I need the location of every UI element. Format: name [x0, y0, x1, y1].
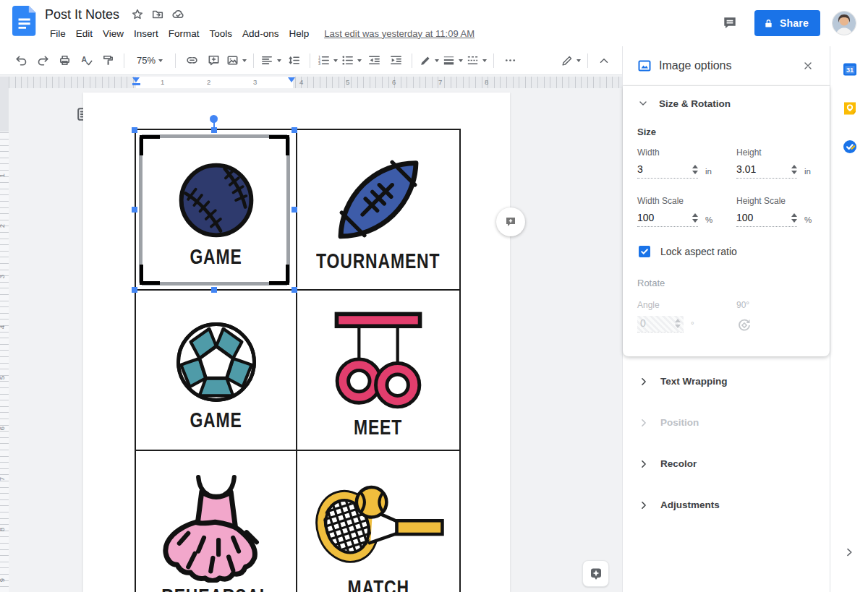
left-indent-marker[interactable]	[132, 77, 140, 82]
document-canvas[interactable]: 1 2 3 4 5 6 7 8 1 2 3 4 5 6 7 8 9	[0, 75, 622, 592]
cell-caption: MEET	[354, 415, 402, 439]
table-cell[interactable]: REHEARSAL	[136, 451, 297, 592]
bulleted-list-button[interactable]	[341, 51, 362, 70]
ruler-number: 6	[0, 426, 6, 430]
header-actions: Share	[715, 9, 868, 38]
ruler-number: 3	[0, 275, 6, 278]
editing-mode-button[interactable]	[561, 51, 581, 70]
insert-link-button[interactable]	[182, 51, 201, 70]
width-scale-input[interactable]	[637, 212, 675, 223]
horizontal-ruler[interactable]: 1 2 3 4 5 6 7 8	[9, 77, 622, 88]
size-rotation-header[interactable]: Size & Rotation	[637, 98, 815, 109]
ruler-number: 5	[0, 376, 6, 379]
google-docs-logo-icon[interactable]	[12, 6, 38, 40]
width-stepper[interactable]	[692, 165, 698, 174]
decrease-indent-button[interactable]	[365, 51, 383, 70]
increase-indent-button[interactable]	[386, 51, 405, 70]
width-field-group: Width in	[637, 147, 728, 179]
tennis-racket-icon[interactable]	[310, 483, 446, 574]
ballet-tutu-icon[interactable]	[154, 473, 278, 583]
redo-button[interactable]	[33, 51, 52, 70]
right-indent-marker[interactable]	[288, 77, 295, 82]
document-title[interactable]: Post It Notes	[45, 7, 119, 22]
menu-file[interactable]: File	[45, 27, 71, 40]
dropdown-arrow-icon	[333, 59, 338, 62]
border-color-button[interactable]	[419, 51, 439, 70]
cloud-saved-icon[interactable]	[169, 5, 187, 24]
lock-aspect-ratio-label: Lock aspect ratio	[660, 246, 737, 257]
close-panel-icon[interactable]	[798, 56, 818, 76]
height-scale-input[interactable]	[736, 212, 774, 223]
explore-button[interactable]	[582, 560, 609, 587]
star-icon[interactable]	[128, 5, 147, 24]
ruler-number: 2	[0, 224, 6, 228]
paint-format-button[interactable]	[98, 51, 117, 70]
table-cell[interactable]: TOURNAMENT	[297, 130, 459, 291]
ruler-number: 4	[0, 325, 6, 329]
align-button[interactable]	[260, 51, 281, 70]
menu-insert[interactable]: Insert	[129, 27, 163, 40]
height-scale-unit: %	[804, 215, 812, 224]
dropdown-arrow-icon	[158, 59, 163, 62]
document-page[interactable]: GAME TOURNAMENT	[83, 93, 510, 592]
insert-image-button[interactable]	[226, 51, 247, 70]
spelling-check-button[interactable]: A	[77, 51, 95, 70]
zoom-select[interactable]: 75%	[131, 51, 169, 70]
lock-aspect-ratio-row[interactable]: Lock aspect ratio	[637, 246, 815, 257]
google-keep-icon[interactable]	[841, 100, 859, 117]
table-cell[interactable]: MATCH	[297, 451, 459, 592]
google-tasks-icon[interactable]	[841, 138, 859, 155]
section-recolor[interactable]: Recolor	[623, 443, 830, 484]
google-calendar-icon[interactable]: 31	[841, 61, 859, 78]
menu-addons[interactable]: Add-ons	[237, 27, 284, 40]
section-label: Position	[660, 417, 699, 428]
line-spacing-button[interactable]	[284, 51, 303, 70]
height-stepper[interactable]	[791, 165, 797, 174]
hide-menus-button[interactable]	[595, 51, 613, 70]
menu-help[interactable]: Help	[284, 27, 314, 40]
section-adjustments[interactable]: Adjustments	[623, 484, 830, 525]
panel-title: Image options	[659, 59, 798, 72]
share-label: Share	[780, 17, 809, 29]
undo-button[interactable]	[12, 51, 30, 70]
height-scale-stepper[interactable]	[791, 213, 797, 223]
left-margin-marker[interactable]	[132, 83, 140, 85]
baseball-icon[interactable]	[174, 158, 259, 243]
last-edit-link[interactable]: Last edit was yesterday at 11:09 AM	[324, 28, 475, 39]
vertical-ruler[interactable]: 1 2 3 4 5 6 7 8 9	[0, 77, 9, 592]
image-options-panel: Image options Size & Rotation Size Width	[622, 46, 830, 592]
width-scale-stepper[interactable]	[692, 213, 698, 223]
checkbox-checked-icon[interactable]	[639, 246, 650, 257]
section-text-wrapping[interactable]: Text Wrapping	[623, 361, 830, 402]
more-options-button[interactable]	[501, 51, 519, 70]
ruler-number: 3	[253, 78, 257, 86]
add-comment-button[interactable]	[204, 51, 223, 70]
table-cell[interactable]: MEET	[297, 291, 459, 451]
add-comment-floating-button[interactable]	[496, 207, 525, 236]
numbered-list-button[interactable]: 123	[317, 51, 338, 70]
menu-view[interactable]: View	[98, 27, 129, 40]
dropdown-arrow-icon	[482, 59, 487, 62]
share-button[interactable]: Share	[754, 10, 820, 36]
move-to-folder-icon[interactable]	[148, 5, 167, 24]
hide-side-panel-icon[interactable]	[841, 544, 858, 561]
football-icon[interactable]	[323, 153, 433, 247]
account-avatar[interactable]	[832, 11, 856, 35]
chevron-right-icon	[639, 377, 649, 387]
gymnastics-rings-icon[interactable]	[332, 308, 425, 413]
print-button[interactable]	[55, 51, 74, 70]
border-dash-button[interactable]	[466, 51, 487, 70]
soccer-ball-icon[interactable]	[172, 318, 260, 406]
border-width-button[interactable]	[442, 51, 463, 70]
menu-bar: File Edit View Insert Format Tools Add-o…	[45, 25, 475, 42]
comments-icon[interactable]	[715, 9, 744, 38]
table-cell[interactable]: GAME	[136, 130, 297, 291]
menu-tools[interactable]: Tools	[205, 27, 238, 40]
section-label: Text Wrapping	[660, 376, 728, 387]
menu-edit[interactable]: Edit	[71, 27, 98, 40]
width-input[interactable]	[637, 163, 675, 175]
document-table[interactable]: GAME TOURNAMENT	[135, 129, 461, 592]
menu-format[interactable]: Format	[163, 27, 205, 40]
table-cell[interactable]: GAME	[136, 291, 297, 451]
height-input[interactable]	[736, 163, 774, 175]
